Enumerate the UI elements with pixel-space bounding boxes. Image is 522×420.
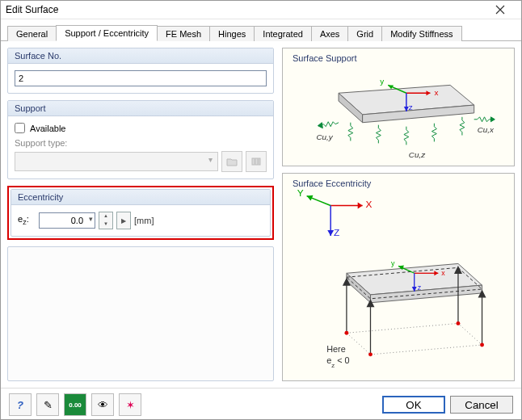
spring-z-label: Cu,z [409,150,425,159]
svg-marker-15 [358,203,363,209]
group-support: Support Available Support type: [7,100,274,179]
tab-bar: General Support / Eccentricity FE Mesh H… [1,19,521,41]
axis-Z-label: Z [334,227,339,238]
cancel-button[interactable]: Cancel [450,396,513,414]
tab-label: Hinges [218,29,246,39]
content-area: Surface No. Support Available Support ty… [1,41,521,388]
tab-label: FE Mesh [166,29,201,39]
svg-point-38 [368,352,373,356]
close-button[interactable] [484,1,516,19]
svg-rect-0 [252,158,255,165]
highlight-rectangle: Eccentricity ez: ▲ ▼ [7,186,274,240]
tab-label: Grid [356,29,373,39]
preview-title: Surface Support [286,50,364,66]
svg-point-40 [456,321,460,326]
spring-x-label: Cu,x [478,125,495,134]
titlebar: Edit Surface [1,1,521,19]
axis-y-small-label: y [391,259,395,267]
group-title: Eccentricity [11,190,270,205]
eccentricity-unit: [mm] [134,216,154,225]
tab-fe-mesh[interactable]: FE Mesh [157,26,210,41]
tab-label: Support / Eccentricity [65,28,149,38]
svg-rect-2 [259,158,260,165]
group-title: Surface No. [8,48,273,64]
support-type-label: Support type: [15,138,267,148]
folder-icon-button [221,151,242,172]
axis-y-label: y [380,77,384,86]
axis-z-small-label: z [418,284,422,292]
eccentricity-ez-input[interactable] [39,212,95,229]
tab-modify-stiffness[interactable]: Modify Stiffness [381,26,461,41]
tab-label: Axes [320,29,339,39]
group-surface-no: Surface No. [7,48,274,94]
tab-grid[interactable]: Grid [347,26,382,41]
chevron-up-icon: ▲ [99,212,112,220]
note-line2: ez < 0 [326,355,349,369]
tab-label: Integrated [263,29,303,39]
preview-surface-eccentricity: Surface Eccentricity X Y Z [282,173,515,381]
support-type-dropdown [15,152,218,171]
window: Edit Surface General Support / Eccentric… [0,0,522,420]
group-title: Support [8,101,273,116]
tab-support-eccentricity[interactable]: Support / Eccentricity [56,25,158,41]
spring-y-label: Cu,y [316,132,333,141]
preview-title: Surface Eccentricity [286,175,377,191]
tab-hinges[interactable]: Hinges [209,26,255,41]
window-title: Edit Surface [6,4,484,15]
help-icon: ? [17,399,23,411]
library-icon-button [246,151,267,172]
preview-surface-support: Surface Support x y z [282,48,515,166]
svg-point-37 [344,331,348,335]
eccentricity-ez-label: ez: [18,214,36,226]
pick-icon: ✶ [126,399,135,411]
empty-panel [7,246,274,381]
edit-button[interactable]: ✎ [36,393,59,416]
bottom-toolbar: ? ✎ 0.00 👁 ✶ OK Cancel [1,388,521,420]
help-button[interactable]: ? [9,393,32,416]
group-eccentricity: Eccentricity ez: ▲ ▼ [11,189,271,237]
tab-axes[interactable]: Axes [311,26,348,41]
eye-icon: 👁 [98,399,108,411]
left-column: Surface No. Support Available Support ty… [7,48,274,381]
view-button[interactable]: 👁 [91,393,114,416]
eccentricity-step-button[interactable]: ▶ [116,212,131,229]
tab-label: Modify Stiffness [390,29,453,39]
support-available-checkbox[interactable] [15,123,25,133]
chevron-down-icon: ▼ [99,220,112,229]
right-column: Surface Support x y z [282,48,515,381]
svg-point-39 [480,343,484,347]
svg-marker-13 [318,123,322,128]
units-button[interactable]: 0.00 [64,393,86,416]
tab-general[interactable]: General [7,26,57,41]
pick-button[interactable]: ✶ [119,393,141,416]
axis-z-label: z [409,103,413,111]
svg-marker-19 [327,230,334,236]
units-icon: 0.00 [69,401,82,409]
svg-rect-1 [255,158,258,165]
support-available-label: Available [30,124,65,133]
tab-label: General [16,29,48,39]
tab-integrated[interactable]: Integrated [254,26,312,41]
svg-marker-12 [490,117,495,122]
axis-x-label: x [434,88,438,97]
surface-no-input[interactable] [15,70,267,86]
axis-x-small-label: x [441,269,445,277]
eccentricity-spinner[interactable]: ▲ ▼ [99,212,113,229]
axis-X-label: X [366,199,373,210]
edit-icon: ✎ [44,399,53,411]
note-line1: Here [326,344,345,354]
ok-button[interactable]: OK [382,396,445,414]
